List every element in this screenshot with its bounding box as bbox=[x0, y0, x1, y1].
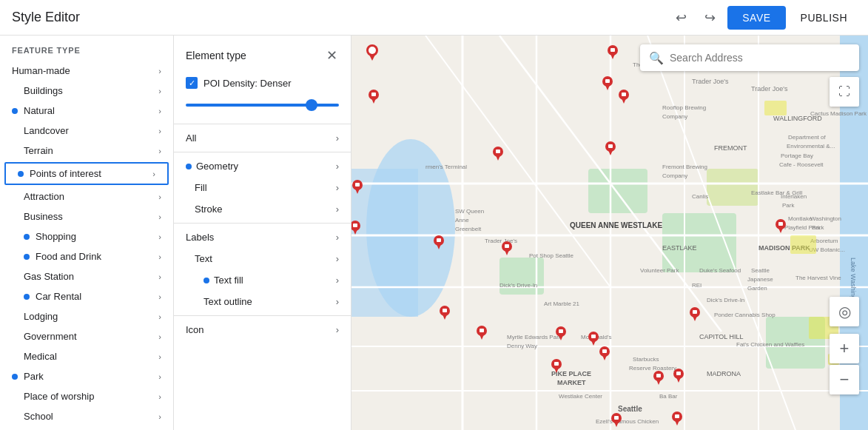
svg-text:Park: Park bbox=[782, 202, 795, 209]
svg-text:Art Marble 21: Art Marble 21 bbox=[544, 300, 580, 307]
svg-text:Greenbelt: Greenbelt bbox=[455, 226, 482, 232]
chevron-right-icon: › bbox=[336, 296, 339, 307]
sidebar-item-business[interactable]: Business › bbox=[0, 206, 173, 226]
close-button[interactable]: ✕ bbox=[325, 46, 339, 65]
medical-label: Medical bbox=[24, 351, 57, 362]
element-item-icon[interactable]: Icon › bbox=[174, 319, 351, 340]
food-drink-label: Food and Drink bbox=[36, 251, 101, 262]
poi-density-row: ✓ POI Density: Denser bbox=[174, 71, 351, 92]
svg-text:Interlaken: Interlaken bbox=[781, 193, 807, 200]
dot-icon bbox=[24, 234, 30, 240]
svg-text:Fremont Brewing: Fremont Brewing bbox=[662, 164, 707, 170]
chevron-right-icon: › bbox=[158, 332, 161, 341]
svg-rect-127 bbox=[693, 310, 697, 314]
sidebar-item-place-worship[interactable]: Place of worship › bbox=[0, 386, 173, 406]
natural-label: Natural bbox=[24, 105, 55, 116]
element-item-fill[interactable]: Fill › bbox=[174, 177, 351, 198]
chevron-right-icon: › bbox=[158, 252, 161, 261]
element-panel-header: Element type ✕ bbox=[174, 36, 351, 71]
map-area[interactable]: LAURELHURST Trader Joe's Trader Joe's Th… bbox=[351, 36, 868, 430]
svg-rect-121 bbox=[605, 79, 610, 83]
fullscreen-button[interactable]: ⛶ bbox=[830, 77, 859, 107]
svg-text:Ezell's Famous Chicken: Ezell's Famous Chicken bbox=[596, 418, 659, 425]
svg-text:Myrtle Edwards Park: Myrtle Edwards Park bbox=[507, 334, 562, 340]
header-actions: ↩ ↪ SAVE PUBLISH bbox=[670, 4, 856, 32]
svg-text:Trader Joe's: Trader Joe's bbox=[751, 85, 788, 93]
svg-text:Garden: Garden bbox=[747, 285, 767, 292]
svg-rect-7 bbox=[707, 169, 758, 206]
svg-text:Ponder Cannabis Shop: Ponder Cannabis Shop bbox=[714, 312, 776, 318]
search-icon: 🔍 bbox=[649, 51, 664, 65]
poi-density-checkbox[interactable]: ✓ bbox=[186, 77, 198, 89]
sidebar-item-points-of-interest[interactable]: Points of interest › bbox=[6, 164, 167, 184]
svg-text:Duke's Seafood: Duke's Seafood bbox=[699, 267, 741, 274]
sidebar-item-car-rental[interactable]: Car Rental › bbox=[0, 286, 173, 306]
svg-text:EASTLAKE: EASTLAKE bbox=[662, 244, 697, 252]
element-item-all[interactable]: All › bbox=[174, 127, 351, 149]
undo-button[interactable]: ↩ bbox=[670, 4, 693, 32]
sidebar-item-food-drink[interactable]: Food and Drink › bbox=[0, 246, 173, 266]
dot-icon bbox=[24, 294, 30, 300]
svg-text:Department of: Department of bbox=[788, 134, 826, 141]
svg-text:FREMONT: FREMONT bbox=[714, 144, 747, 152]
chevron-right-icon: › bbox=[158, 107, 161, 115]
sidebar-item-terrain[interactable]: Terrain › bbox=[0, 141, 173, 161]
svg-text:Washington: Washington bbox=[810, 215, 841, 222]
svg-text:Seattle: Seattle bbox=[751, 267, 770, 274]
sidebar-item-lodging[interactable]: Lodging › bbox=[0, 306, 173, 326]
shopping-label: Shopping bbox=[36, 231, 76, 242]
sidebar-item-landcover[interactable]: Landcover › bbox=[0, 121, 173, 141]
svg-text:PIKE PLACE: PIKE PLACE bbox=[551, 370, 591, 377]
sidebar-item-gas-station[interactable]: Gas Station › bbox=[0, 266, 173, 286]
zoom-out-button[interactable]: − bbox=[830, 365, 859, 394]
landcover-label: Landcover bbox=[24, 125, 69, 136]
chevron-right-icon: › bbox=[158, 87, 161, 95]
sidebar-item-park[interactable]: Park › bbox=[0, 366, 173, 386]
sidebar-item-sports-complex[interactable]: Sports complex › bbox=[0, 426, 173, 430]
svg-rect-100 bbox=[353, 224, 357, 227]
redo-button[interactable]: ↪ bbox=[699, 4, 721, 32]
sidebar-item-human-made[interactable]: Human-made › bbox=[0, 61, 173, 81]
element-type-panel: Element type ✕ ✓ POI Density: Denser All… bbox=[174, 36, 351, 430]
buildings-label: Buildings bbox=[24, 85, 63, 96]
sidebar-item-school[interactable]: School › bbox=[0, 406, 173, 426]
sidebar-item-government[interactable]: Government › bbox=[0, 326, 173, 346]
element-item-geometry[interactable]: Geometry › bbox=[174, 155, 351, 177]
element-item-labels[interactable]: Labels › bbox=[174, 226, 351, 248]
element-item-text[interactable]: Text › bbox=[174, 248, 351, 269]
element-panel-title: Element type bbox=[186, 50, 246, 61]
map-canvas: LAURELHURST Trader Joe's Trader Joe's Th… bbox=[351, 36, 868, 430]
svg-rect-109 bbox=[443, 309, 447, 312]
all-label: All bbox=[186, 132, 196, 144]
density-slider[interactable] bbox=[186, 104, 339, 107]
save-button[interactable]: SAVE bbox=[727, 6, 785, 30]
search-input[interactable] bbox=[670, 52, 850, 64]
chevron-right-icon: › bbox=[158, 67, 161, 75]
sidebar-item-medical[interactable]: Medical › bbox=[0, 346, 173, 366]
svg-rect-130 bbox=[676, 372, 681, 375]
my-location-button[interactable]: ◎ bbox=[830, 297, 859, 326]
sidebar-item-attraction[interactable]: Attraction › bbox=[0, 187, 173, 206]
element-item-text-outline[interactable]: Text outline › bbox=[174, 291, 351, 312]
gas-station-label: Gas Station bbox=[24, 271, 74, 282]
search-bar[interactable]: 🔍 bbox=[640, 44, 859, 71]
sidebar-item-shopping[interactable]: Shopping › bbox=[0, 226, 173, 246]
svg-rect-142 bbox=[614, 416, 619, 420]
geometry-label: Geometry bbox=[196, 161, 238, 172]
svg-rect-82 bbox=[790, 235, 816, 254]
svg-text:MARKET: MARKET bbox=[557, 379, 586, 386]
chevron-right-icon: › bbox=[336, 204, 339, 215]
publish-button[interactable]: PUBLISH bbox=[792, 6, 856, 30]
element-item-stroke[interactable]: Stroke › bbox=[174, 198, 351, 220]
svg-rect-94 bbox=[496, 150, 500, 153]
svg-text:Montlake: Montlake bbox=[788, 215, 813, 222]
map-controls: ◎ + − bbox=[830, 297, 859, 394]
sidebar-item-buildings[interactable]: Buildings › bbox=[0, 81, 173, 101]
chevron-right-icon: › bbox=[336, 132, 339, 144]
svg-text:MADRONA: MADRONA bbox=[707, 370, 741, 377]
slider-container bbox=[174, 92, 351, 121]
poi-density-label: POI Density: Denser bbox=[203, 78, 292, 89]
zoom-in-button[interactable]: + bbox=[830, 334, 859, 363]
element-item-text-fill[interactable]: Text fill › bbox=[174, 269, 351, 291]
sidebar-item-natural[interactable]: Natural › bbox=[0, 101, 173, 121]
